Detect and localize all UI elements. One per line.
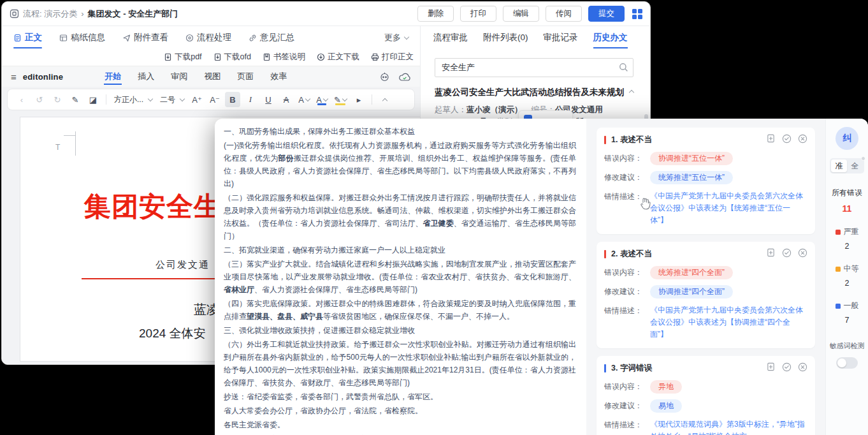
editor-menu-视图[interactable]: 视图	[203, 67, 221, 86]
breadcrumb-category[interactable]: 流程: 演示分类	[23, 8, 77, 20]
side-tab-审批记录[interactable]: 审批记录	[544, 26, 578, 49]
description-link[interactable]: 《现代汉语规范词典》第3版中标注，“异地”指外地外乡；“易地”指换个地方。	[650, 418, 807, 435]
copy-error-button[interactable]	[766, 134, 776, 146]
editor-menu-icon[interactable]: ≡	[11, 71, 17, 82]
action-下载ofd[interactable]: 下载ofd	[213, 52, 251, 63]
ignore-error-button[interactable]	[798, 362, 807, 374]
more-tools-button[interactable]: ▸	[351, 92, 366, 107]
form-icon	[59, 34, 68, 42]
flagged-term: 省卫健委	[423, 219, 454, 228]
collapse-chevron-icon[interactable]	[629, 90, 634, 95]
action-正文下载[interactable]: 正文下载	[317, 52, 359, 63]
description-label: 错情描述：	[604, 418, 650, 431]
apps-grid-icon[interactable]	[632, 9, 642, 19]
description-link[interactable]: 《中国共产党第十九届中央委员会第六次全体会议公报》中该表述为【统筹推进“五位一体…	[650, 190, 807, 226]
copy-error-button[interactable]	[766, 248, 776, 260]
flagged-term: 省林业厅	[224, 285, 254, 294]
side-tab-附件列表(0)[interactable]: 附件列表(0)	[483, 26, 528, 49]
assistant-robot-icon[interactable]	[379, 71, 390, 82]
strikethrough-button[interactable]: A	[278, 92, 294, 107]
tab-意见汇总[interactable]: 意见汇总	[249, 26, 294, 49]
redo-button[interactable]: ↻	[50, 92, 65, 107]
chevron-up-icon	[382, 98, 387, 103]
text-cursor-marker: T	[55, 143, 60, 152]
chevron-down-icon	[305, 96, 310, 101]
history-doc-title[interactable]: 蓝凌公司安全生产大比武活动总结报告及未来规划	[435, 87, 626, 98]
correct-badge[interactable]: 纠	[835, 127, 858, 150]
close-circle-icon	[798, 134, 807, 144]
flagged-term: 部份	[278, 154, 293, 163]
description-label: 错情描述：	[604, 304, 650, 316]
accept-error-button[interactable]	[782, 134, 792, 146]
editor-menu-开始[interactable]: 开始	[104, 67, 122, 86]
paragraph-text: （三）落实产业扩大就业。结合城镇化进程和乡村振兴战略实施，因地制宜发展产业，推动…	[224, 260, 576, 281]
breadcrumb-separator: ›	[81, 9, 83, 18]
mode-segment-control[interactable]: 准全	[830, 158, 864, 173]
search-input[interactable]	[435, 58, 633, 77]
suggestion-pill: 易地	[650, 399, 682, 413]
stat-严重: 严重 2	[835, 226, 859, 251]
underline-button[interactable]: U	[261, 92, 276, 107]
font-select[interactable]: 方正小...	[112, 92, 155, 107]
action-下载pdf[interactable]: 下载pdf	[164, 52, 201, 63]
编辑-button[interactable]: 编辑	[503, 6, 539, 22]
copy-error-button[interactable]	[766, 362, 776, 374]
format-painter-button[interactable]: ✎	[68, 92, 83, 107]
more-menu[interactable]: 更多	[384, 32, 409, 43]
search-icon[interactable]	[619, 63, 628, 72]
tab-稿纸信息[interactable]: 稿纸信息	[59, 26, 105, 49]
tab-附件查看[interactable]: 附件查看	[122, 26, 168, 49]
hand-cursor	[639, 196, 652, 210]
side-tab-流程审批[interactable]: 流程审批	[433, 26, 468, 49]
highlight-button[interactable]: ✎	[332, 92, 349, 107]
editor-menu-插入[interactable]: 插入	[137, 67, 155, 86]
sensitive-words-toggle[interactable]	[836, 357, 858, 369]
change-case-button[interactable]: A	[296, 92, 312, 107]
proofread-sidebar: 纠 准全 所有错误 11 严重 2中等 2一般 7 敏感词检测	[825, 119, 868, 435]
accept-error-button[interactable]	[782, 362, 792, 374]
collapse-toolbar-button[interactable]	[377, 92, 393, 107]
传阅-button[interactable]: 传阅	[546, 6, 582, 22]
font-increase-button[interactable]: A⁺	[189, 92, 205, 107]
submit-button[interactable]: 提交	[588, 6, 625, 22]
error-card: 2. 表述不当 错误内容： 统筹推进“四个全面”修改建议： 协调推进“四个全面”…	[597, 242, 815, 348]
italic-button[interactable]: I	[243, 92, 258, 107]
clear-format-button[interactable]: ◪	[85, 92, 101, 107]
editor-menu-效率[interactable]: 效率	[270, 67, 287, 86]
font-decrease-button[interactable]: A⁻	[207, 92, 222, 107]
action-书签说明[interactable]: 书签说明	[263, 52, 305, 63]
error-content-pill: 统筹推进“四个全面”	[650, 266, 733, 279]
打印-button[interactable]: 打印	[460, 6, 496, 22]
document-paragraph: 二、拓宽就业渠道，确保有劳动力搬迁家庭一户一人以上稳定就业	[224, 244, 576, 256]
font-size-select[interactable]: 二号	[157, 92, 187, 107]
editor-menu-审阅[interactable]: 审阅	[170, 67, 188, 86]
description-link[interactable]: 《中国共产党第十九届中央委员会第六次全体会议公报》中该表述为【协调推进“四个全面…	[650, 304, 807, 341]
back-button[interactable]: ‹	[14, 92, 29, 107]
flow-icon	[10, 9, 19, 18]
editor-menu-页面[interactable]: 页面	[236, 67, 254, 86]
cloud-save-icon[interactable]	[399, 72, 411, 82]
stat-一般: 一般 7	[835, 300, 859, 325]
删除-button[interactable]: 删除	[417, 6, 454, 22]
check-circle-icon	[782, 248, 792, 258]
accept-error-button[interactable]	[782, 248, 792, 260]
file-bookmark-icon	[263, 53, 271, 61]
tab-正文[interactable]: 正文	[13, 26, 42, 49]
error-content-label: 错误内容：	[604, 266, 650, 278]
ignore-error-button[interactable]	[798, 134, 807, 146]
paragraph-text: 抄送：省纪委省监委，省委各部门，武警贵州省总队，省军区。	[224, 392, 438, 401]
crop-mark	[64, 135, 75, 136]
side-tab-历史办文[interactable]: 历史办文	[593, 26, 628, 49]
error-content-label: 错误内容：	[604, 380, 650, 392]
action-打印正文[interactable]: 打印正文	[371, 52, 414, 63]
tab-流程处理[interactable]: 流程处理	[185, 26, 231, 49]
ignore-error-button[interactable]	[798, 248, 807, 260]
printer-icon	[371, 53, 379, 61]
segment-准[interactable]: 准	[831, 159, 847, 172]
segment-全[interactable]: 全	[847, 159, 863, 172]
stat-count: 2	[845, 279, 850, 288]
document-meeting-line: 2024 全体安	[139, 325, 206, 342]
undo-button[interactable]: ↺	[32, 92, 47, 107]
font-color-button[interactable]: A	[314, 92, 329, 107]
bold-button[interactable]: B	[225, 92, 240, 107]
